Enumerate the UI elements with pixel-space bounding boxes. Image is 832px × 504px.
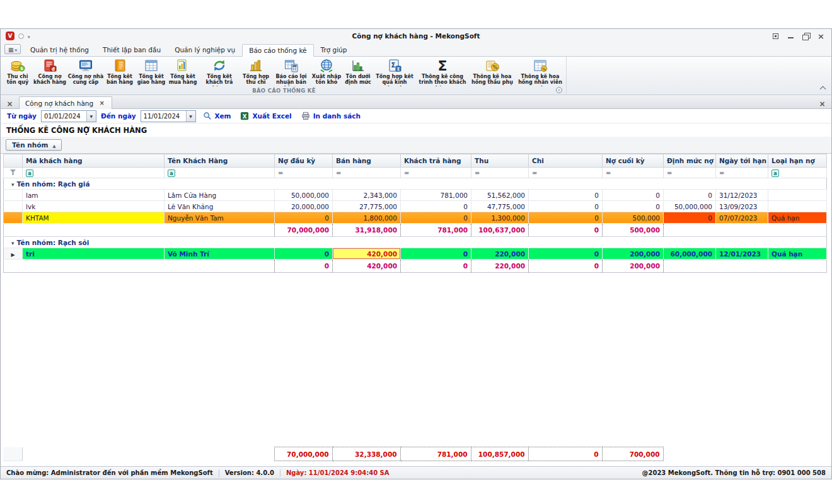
column-header-3[interactable]: Nợ đầu kỳ xyxy=(275,154,333,168)
filter-cell-8[interactable] xyxy=(603,168,664,178)
cell[interactable]: 0 xyxy=(401,212,471,224)
collapse-group-icon[interactable] xyxy=(11,240,14,246)
ribbon-app-menu-button[interactable] xyxy=(4,44,21,54)
ribbon-button-3[interactable]: Công nợ nhà cung cấp xyxy=(67,57,104,87)
filter-cell-1[interactable] xyxy=(23,168,165,178)
cell[interactable]: 0 xyxy=(401,248,471,260)
cell[interactable]: 0 xyxy=(529,190,603,201)
ribbon-button-14[interactable]: %Thống kê hoa hồng thầu phụ xyxy=(470,57,515,87)
cell[interactable]: Quá hạn xyxy=(768,248,827,260)
to-date-input[interactable]: 11/01/2024 xyxy=(141,110,196,122)
window-minimize-button[interactable] xyxy=(787,32,795,40)
ribbon-button-15[interactable]: %Thống kê hoa hồng nhân viên sale xyxy=(515,57,565,87)
filter-cell-9[interactable] xyxy=(664,168,716,178)
filter-cell-5[interactable] xyxy=(401,168,471,178)
quick-access-caret-icon[interactable] xyxy=(28,32,30,40)
ribbon-button-8[interactable]: Tổng hợp thu chi xyxy=(240,57,272,87)
column-header-1[interactable]: Mã khách hàng xyxy=(23,154,165,168)
from-date-input[interactable]: 01/01/2024 xyxy=(41,110,96,122)
print-list-button[interactable]: In danh sách xyxy=(299,112,363,120)
ribbon-tab-tro-giup[interactable]: Trợ giúp xyxy=(314,43,354,56)
filter-cell-2[interactable] xyxy=(165,168,275,178)
ribbon-button-1[interactable]: $Thu chi tồn quỹ xyxy=(3,57,32,87)
ribbon-tab-quan-ly-nghiep-vu[interactable]: Quản lý nghiệp vụ xyxy=(168,43,242,56)
cell[interactable]: 51,562,000 xyxy=(471,190,529,201)
cell[interactable]: Nguyễn Văn Tam xyxy=(165,212,275,224)
ribbon-button-7[interactable]: Tổng kết khách trả hàng xyxy=(199,57,240,87)
cell[interactable]: Lâm Cửa Hàng xyxy=(165,190,275,201)
ribbon-button-5[interactable]: Tổng kết giao hàng xyxy=(136,57,167,87)
cell[interactable]: 12/01/2023 xyxy=(716,248,768,260)
ribbon-group-dialog-icon[interactable] xyxy=(556,87,562,93)
cell[interactable]: 31/12/2023 xyxy=(716,190,768,201)
doc-tab-1[interactable]: Công nợ khách hàng xyxy=(19,96,112,109)
cell[interactable]: lvk xyxy=(23,201,165,212)
group-row-1[interactable]: Tên nhóm: Rạch giá xyxy=(4,178,827,190)
column-header-8[interactable]: Nợ cuối kỳ xyxy=(603,154,664,168)
window-close-button[interactable] xyxy=(817,32,825,40)
filter-cell-10[interactable] xyxy=(716,168,768,178)
doc-tab-close-icon[interactable] xyxy=(98,99,106,108)
ribbon-button-9[interactable]: Báo cáo lợi nhuận bán hàng xyxy=(272,57,311,87)
ribbon-collapse-button[interactable] xyxy=(820,85,825,90)
cell[interactable]: 1,800,000 xyxy=(333,212,401,224)
column-header-6[interactable]: Thu xyxy=(471,154,529,168)
group-row-2[interactable]: Tên nhóm: Rạch sỏi xyxy=(4,237,827,248)
column-header-5[interactable]: Khách trả hàng xyxy=(401,154,471,168)
cell[interactable]: 20,000,000 xyxy=(275,201,333,212)
cell[interactable]: 220,000 xyxy=(471,248,529,260)
ribbon-button-12[interactable]: ΣΣTổng hợp kết quả kinh doanh xyxy=(374,57,415,87)
cell[interactable]: 0 xyxy=(275,212,333,224)
ribbon-tab-bao-cao-thong-ke[interactable]: Báo cáo thống kê xyxy=(242,44,313,57)
cell[interactable]: Võ Minh Trí xyxy=(165,248,275,260)
export-excel-button[interactable]: X Xuất Excel xyxy=(238,112,294,120)
filter-cell-3[interactable] xyxy=(275,168,333,178)
cell[interactable]: 1,300,000 xyxy=(471,212,529,224)
cell[interactable]: 07/07/2023 xyxy=(716,212,768,224)
from-date-dropdown-icon[interactable] xyxy=(86,111,96,122)
cell[interactable]: 60,000,000 xyxy=(664,248,716,260)
ribbon-button-11[interactable]: Tồn dưới định mức xyxy=(342,57,374,87)
ribbon-button-2[interactable]: ₫Công nợ khách hàng xyxy=(32,57,67,87)
close-document-button[interactable] xyxy=(818,100,826,108)
group-by-chip[interactable]: Tên nhóm xyxy=(6,139,62,151)
cell[interactable]: Quá hạn xyxy=(768,212,827,224)
ribbon-button-13[interactable]: ΣThống kê công trình theo khách hàng xyxy=(415,57,470,87)
column-header-9[interactable]: Định mức nợ xyxy=(664,154,716,168)
collapse-group-icon[interactable] xyxy=(11,181,14,188)
cell[interactable]: 500,000 xyxy=(603,212,664,224)
ribbon-tab-thiet-lap-ban-dau[interactable]: Thiết lập ban đầu xyxy=(96,43,168,56)
column-header-11[interactable]: Loại hạn nợ xyxy=(768,154,827,168)
cell[interactable]: 0 xyxy=(401,201,471,212)
ribbon-button-4[interactable]: Tổng kết bán hàng xyxy=(104,57,136,87)
cell[interactable]: 200,000 xyxy=(603,248,664,260)
close-all-tabs-button[interactable] xyxy=(6,100,14,108)
column-header-10[interactable]: Ngày tới hạn xyxy=(716,154,768,168)
cell[interactable]: 781,000 xyxy=(401,190,471,201)
cell[interactable] xyxy=(768,190,827,201)
cell[interactable]: 0 xyxy=(275,248,333,260)
cell[interactable]: 50,000,000 xyxy=(664,201,716,212)
cell[interactable]: 50,000,000 xyxy=(275,190,333,201)
window-pin-button[interactable] xyxy=(771,32,780,40)
cell[interactable]: KHTAM xyxy=(23,212,165,224)
ribbon-tab-quan-tri-he-thong[interactable]: Quản trị hệ thống xyxy=(23,43,96,56)
cell[interactable]: 0 xyxy=(664,190,716,201)
cell[interactable]: 0 xyxy=(664,212,716,224)
cell[interactable]: 0 xyxy=(529,248,603,260)
cell[interactable]: 0 xyxy=(529,212,603,224)
to-date-dropdown-icon[interactable] xyxy=(186,111,195,122)
view-button[interactable]: Xem xyxy=(200,112,234,120)
ribbon-button-10[interactable]: Xuất nhập tồn kho xyxy=(311,57,342,87)
column-header-4[interactable]: Bán hàng xyxy=(333,154,401,168)
filter-cell-4[interactable] xyxy=(333,168,401,178)
filter-cell-7[interactable] xyxy=(529,168,603,178)
cell[interactable]: 0 xyxy=(603,190,664,201)
cell[interactable]: Lê Văn Khảng xyxy=(165,201,275,212)
filter-cell-6[interactable] xyxy=(471,168,529,178)
cell[interactable]: 0 xyxy=(603,201,664,212)
filter-cell-11[interactable] xyxy=(768,168,827,178)
cell[interactable]: 27,775,000 xyxy=(333,201,401,212)
window-restore-button[interactable] xyxy=(802,32,810,40)
cell[interactable]: 47,775,000 xyxy=(471,201,529,212)
